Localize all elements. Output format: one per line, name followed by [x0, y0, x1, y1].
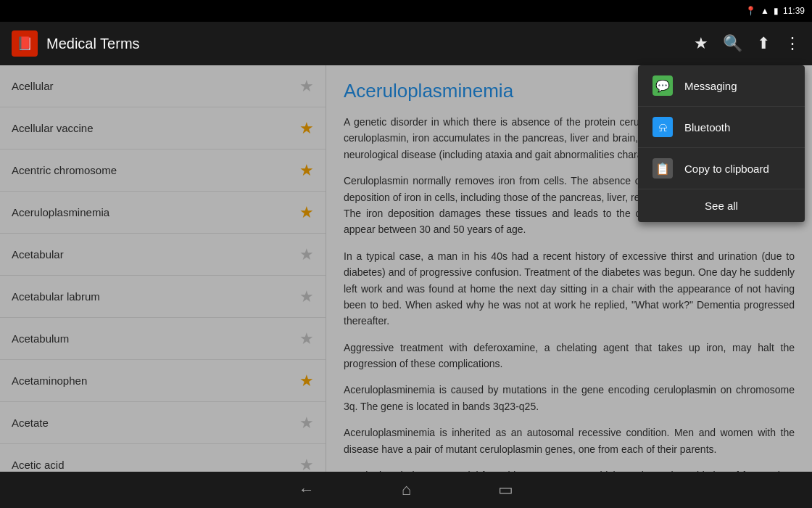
app-bar-actions: ★ 🔍 ⬆ ⋮ — [694, 34, 800, 53]
logo-icon: 📕 — [17, 36, 33, 52]
time-display: 11:39 — [783, 6, 805, 16]
more-icon[interactable]: ⋮ — [784, 34, 800, 53]
app-bar: 📕 Medical Terms ★ 🔍 ⬆ ⋮ — [0, 22, 812, 65]
dropdown-menu: 💬 Messaging ⍾ Bluetooth 📋 Copy to clipbo… — [638, 65, 805, 222]
favorites-icon[interactable]: ★ — [694, 34, 708, 53]
recent-apps-button[interactable]: ▭ — [498, 480, 513, 499]
clipboard-label: Copy to clipboard — [684, 163, 769, 175]
location-icon: 📍 — [745, 6, 756, 16]
status-icons: 📍 ▲ ▮ 11:39 — [745, 6, 805, 16]
bottom-bar: ← ⌂ ▭ — [0, 472, 812, 508]
back-button[interactable]: ← — [299, 480, 315, 499]
messaging-label: Messaging — [684, 80, 737, 92]
bluetooth-icon: ⍾ — [652, 117, 673, 137]
see-all-label: See all — [705, 200, 738, 212]
app-title: Medical Terms — [46, 36, 685, 52]
dropdown-see-all[interactable]: See all — [638, 189, 805, 222]
share-icon[interactable]: ⬆ — [757, 34, 770, 53]
bluetooth-label: Bluetooth — [684, 121, 730, 134]
status-bar: 📍 ▲ ▮ 11:39 — [0, 0, 812, 22]
dropdown-item-clipboard[interactable]: 📋 Copy to clipboard — [638, 148, 805, 189]
dropdown-item-bluetooth[interactable]: ⍾ Bluetooth — [638, 107, 805, 148]
clipboard-icon: 📋 — [652, 158, 673, 179]
battery-icon: ▮ — [774, 6, 779, 16]
signal-icon: ▲ — [761, 6, 769, 16]
dropdown-item-messaging[interactable]: 💬 Messaging — [638, 65, 805, 107]
home-button[interactable]: ⌂ — [402, 480, 411, 499]
search-icon[interactable]: 🔍 — [723, 34, 742, 53]
messaging-icon: 💬 — [652, 75, 673, 96]
app-logo: 📕 — [12, 30, 38, 57]
